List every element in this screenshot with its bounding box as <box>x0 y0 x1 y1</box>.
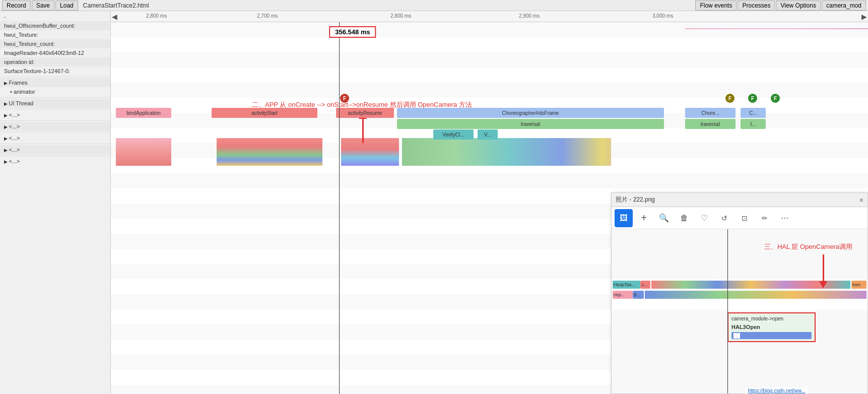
sidebar-item-frames[interactable]: Frames <box>0 78 110 87</box>
pv-bar-row2-multi <box>645 291 866 299</box>
sidebar-item-dots3[interactable]: <...> <box>0 134 110 143</box>
counter-line-top <box>685 28 868 29</box>
trace-bar-traversal-right[interactable]: traversal <box>685 119 736 129</box>
top-right-buttons: Flow events Processes View Options camer… <box>695 1 866 11</box>
photo-viewer: 照片 - 222.png × 🖼 + 🔍 🗑 ♡ ↺ ⊡ ✏ ⋯ <box>611 192 868 394</box>
measure-box: 356.548 ms <box>329 26 376 38</box>
f-marker-green-1: F <box>748 94 757 103</box>
pv-tool-delete[interactable]: 🗑 <box>675 209 693 227</box>
trace-bar-choreographer[interactable]: Choreographer#doFrame <box>397 108 664 118</box>
trace-bar-chore-right[interactable]: Chore... <box>685 108 736 118</box>
photo-viewer-title: 照片 - 222.png <box>616 195 655 204</box>
f-marker-red: F <box>340 94 349 103</box>
trace-bar-v[interactable]: V... <box>478 129 498 140</box>
trace-bar-activityresume[interactable]: activityResume <box>336 108 394 118</box>
flow-events-button[interactable]: Flow events <box>695 1 737 11</box>
sidebar-item-dots1[interactable]: <...> <box>0 110 110 119</box>
pv-annotation-arrow <box>823 254 825 287</box>
sidebar-item-offscreen: hwui_OffscreenBuffer_count: <box>0 21 110 30</box>
pv-trace-rows: HeapTas... J... kwo nep... B... <box>612 280 867 310</box>
measure-value: 356.548 ms <box>335 28 370 36</box>
sidebar-item-surfacetexture: SurfaceTexture-1-12467-0: <box>0 67 110 76</box>
hal-box-inner: camera_module->open HAL3Open ██ <box>731 315 812 339</box>
photo-viewer-toolbar: 🖼 + 🔍 🗑 ♡ ↺ ⊡ ✏ ⋯ <box>612 207 867 229</box>
pv-bar-j: J... <box>640 281 650 289</box>
pv-tool-edit[interactable]: ✏ <box>756 209 774 227</box>
sidebar-item-dots5[interactable]: <...> <box>0 157 110 166</box>
hal-bar-label: ██ <box>733 333 740 339</box>
hal-line2: HAL3Open <box>731 323 812 331</box>
trace-bar-t-right[interactable]: t... <box>741 119 766 129</box>
content-area: ◀ 2,800 ms 2,700 ms 2,800 ms 2,900 ms 3,… <box>111 11 868 394</box>
pv-annotation-text: 三、HAL 层 OpenCamera调用 <box>764 242 852 251</box>
pv-tool-add[interactable]: + <box>635 209 653 227</box>
sidebar-item-texture-count: hwui_Texture_count: <box>0 39 110 48</box>
sidebar-item-dots4[interactable]: <...> <box>0 145 110 154</box>
pv-tool-favorite[interactable]: ♡ <box>695 209 713 227</box>
sidebar-item-dots2[interactable]: <...> <box>0 122 110 131</box>
ruler-right-arrow[interactable]: ▶ <box>861 13 867 21</box>
pv-tool-image[interactable]: 🖼 <box>615 209 633 227</box>
ruler-left-arrow[interactable]: ◀ <box>112 13 117 21</box>
trace-bar-c-right[interactable]: C... <box>741 108 766 118</box>
ruler-tick-2: 2,700 ms <box>257 13 278 19</box>
f-marker-olive: F <box>725 94 735 103</box>
hal-line1: camera_module->open <box>731 315 812 322</box>
ruler-tick-1: 2,800 ms <box>146 13 167 19</box>
sidebar-item-texture: hwui_Texture: <box>0 30 110 39</box>
pv-tool-more[interactable]: ⋯ <box>776 209 794 227</box>
photo-viewer-close-button[interactable]: × <box>859 196 863 204</box>
toolbar: Record Save Load CameraStartTrace2.html … <box>0 0 868 11</box>
photo-viewer-titlebar: 照片 - 222.png × <box>612 193 867 207</box>
pv-tool-crop[interactable]: ⊡ <box>736 209 754 227</box>
ruler-tick-3: 2,800 ms <box>390 13 411 19</box>
photo-viewer-content: 三、HAL 层 OpenCamera调用 HeapTas... J... kwo <box>612 229 867 393</box>
trace-bar-verifycl[interactable]: VerifyCl... <box>433 129 474 140</box>
hal-bar: ██ <box>731 332 812 339</box>
trace-bar-activitystart[interactable]: activityStart <box>212 108 317 118</box>
ruler-tick-5: 3,000 ms <box>652 13 673 19</box>
f-marker-green-2: F <box>771 94 780 103</box>
sidebar: - hwui_OffscreenBuffer_count: hwui_Textu… <box>0 11 111 394</box>
processes-button[interactable]: Processes <box>738 1 775 11</box>
record-button[interactable]: Record <box>2 1 31 11</box>
pv-bar-b: B... <box>633 291 644 299</box>
pv-tool-rotate[interactable]: ↺ <box>715 209 733 227</box>
pv-bar-nep: nep... <box>613 291 633 299</box>
save-button[interactable]: Save <box>32 1 54 11</box>
pv-bar-kwo: kwo <box>851 281 866 289</box>
camera-mod-button[interactable]: camera_mod <box>822 1 866 11</box>
pv-bar-heaptas: HeapTas... <box>613 281 640 289</box>
timeline-ruler: ◀ 2,800 ms 2,700 ms 2,800 ms 2,900 ms 3,… <box>111 11 868 22</box>
timeline-area[interactable]: 356.548 ms 二、APP 从 onCreate --> onStart-… <box>111 22 868 394</box>
url-bar[interactable]: https://blog.csdn.net/ww... <box>746 387 808 394</box>
sidebar-item-uithread[interactable]: UI Thread <box>0 99 110 108</box>
pv-cursor-line <box>727 229 728 393</box>
sidebar-item-imagereader: ImageReader-640x640f23m8-12 <box>0 48 110 57</box>
ruler-tick-4: 2,900 ms <box>519 13 540 19</box>
sidebar-item-operation: operation id: <box>0 57 110 67</box>
trace-bar-bindapplication[interactable]: bindApplication <box>116 108 171 118</box>
filename-label: CameraStartTrace2.html <box>83 2 149 9</box>
trace-bar-traversal[interactable]: traversal <box>397 119 664 129</box>
view-options-button[interactable]: View Options <box>776 1 820 11</box>
cursor-line <box>339 22 340 394</box>
hal-box: camera_module->open HAL3Open ██ <box>727 312 816 342</box>
sidebar-item-dash: - <box>0 12 110 21</box>
load-button[interactable]: Load <box>55 1 78 11</box>
main-layout: - hwui_OffscreenBuffer_count: hwui_Textu… <box>0 11 868 394</box>
pv-tool-zoomin[interactable]: 🔍 <box>655 209 673 227</box>
sidebar-item-animator: • animator <box>0 87 110 96</box>
